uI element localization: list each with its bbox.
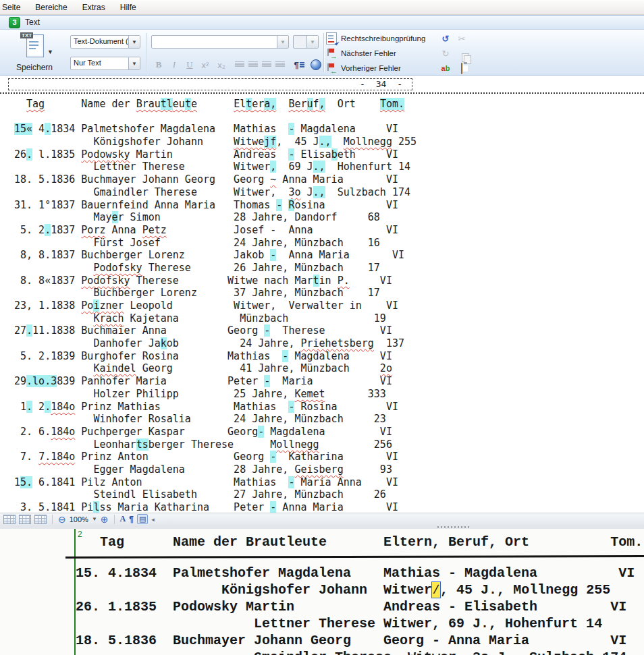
zoom-level-value[interactable]: 100% — [70, 515, 88, 523]
text-line: 29.lo.3839 Panhofer Maria Peter - Maria … — [14, 375, 417, 388]
save-button-label: Speichern — [16, 63, 53, 72]
zoom-in-icon[interactable]: ⊕ — [101, 514, 109, 525]
fontsize-combobox-arrow[interactable]: ▼ — [306, 36, 318, 48]
text-line: 26. 1.1835 Podowsky Martin Andreas - Eli… — [76, 598, 635, 615]
text-line: 26. l.1835 Podowsky Martin Andreas - Eli… — [14, 148, 417, 161]
subscript-button[interactable]: x₂ — [214, 57, 229, 72]
mode-combobox[interactable]: Nur Text ▼ — [70, 57, 140, 70]
scan-table-rule — [65, 555, 644, 559]
undo-button[interactable]: ↺ — [439, 34, 452, 44]
italic-button[interactable]: I — [167, 57, 182, 72]
zoom-dropdown-arrow[interactable]: ▼ — [92, 516, 97, 522]
pane-number-badge: 3 — [9, 17, 20, 28]
align-right-button[interactable] — [259, 57, 274, 72]
scan-image-pane[interactable]: 2 Tag Name der Brautleute Eltern, Beruf,… — [0, 529, 644, 655]
save-dropdown-arrow[interactable]: ▼ — [47, 49, 53, 55]
align-justify-button[interactable] — [273, 57, 288, 72]
page-margin-dotted-line — [0, 92, 644, 94]
font-combobox-arrow[interactable]: ▼ — [277, 36, 288, 48]
text-line: 3. 5.1841 Pilss Maria Katharina Peter - … — [14, 501, 417, 513]
editor-status-bar: ⊖ 100% ▼ ⊕ A ¶ ▤ ◂ — [0, 513, 644, 525]
pane-title: Text — [25, 18, 40, 27]
replace-ab-icon[interactable]: ab — [439, 64, 452, 72]
text-line: Tag Name der Brautleute Eltera, Beruf, O… — [14, 98, 417, 111]
menu-extras[interactable]: Extras — [75, 1, 113, 14]
text-line: Kaindel Georg 41 Jahre, Münzbach 2o — [14, 362, 417, 375]
text-line: Steindl Elisabeth 27 Jahre, Münzbach 26 — [14, 488, 417, 501]
table-columns-icon[interactable] — [34, 515, 47, 524]
align-center-button[interactable] — [246, 57, 261, 72]
text-line: Fürst Josef 24 Jahre, Münzbach 16 — [14, 237, 417, 250]
text-line: 18. 5.1836 Buchmayer Johann Georg Georg … — [14, 173, 417, 186]
table-rows-icon[interactable] — [19, 515, 31, 524]
menu-seite[interactable]: Seite — [0, 1, 28, 14]
text-line: 27.11.1838 Buchmaier Anna Georg - Theres… — [14, 324, 417, 337]
text-line: 5. 2.1837 Porz Anna Petz Josef - Anna VI — [14, 224, 417, 237]
text-line: Lettner Therese Witwer, 69 J., Hohenfurt… — [76, 615, 635, 632]
paste-icon[interactable] — [456, 63, 468, 74]
menu-hilfe[interactable]: Hilfe — [113, 1, 144, 14]
menu-bereiche[interactable]: Bereiche — [28, 1, 74, 14]
show-paragraph-marks-icon[interactable]: ¶ — [129, 515, 134, 524]
next-error-button[interactable]: Nächster Fehler — [341, 49, 435, 57]
text-line: 8. 8«1837 Podofsky Therese Witwe nach Ma… — [14, 275, 417, 287]
text-line: 7. 7.184o Prinz Anton Georg - Katharina … — [14, 451, 417, 463]
font-combobox[interactable]: ▼ — [151, 35, 289, 49]
text-line: Königshofer Johann Witwejf, 45 J., Molln… — [14, 136, 417, 148]
format-combobox[interactable]: Text-Dokument ( ▼ — [70, 35, 140, 49]
redo-button[interactable]: ↻ — [439, 49, 452, 59]
text-line: Danhofer Jakob 24 Jahre, Priehetsberg 13… — [14, 337, 417, 350]
zoom-out-icon[interactable]: ⊖ — [58, 514, 66, 525]
format-combobox-value: Text-Dokument ( — [71, 36, 128, 48]
page-header-box: - 34 - — [8, 78, 412, 90]
underline-button[interactable]: U — [182, 57, 197, 72]
paragraph-settings-button[interactable]: ¶ — [290, 57, 308, 72]
font-properties-icon[interactable]: A — [120, 514, 126, 524]
ocr-text-content[interactable]: Tag Name der Brautleute Eltera, Beruf, O… — [14, 98, 417, 513]
text-line: 18. 5.1836 Buchmayer Johann Georg Georg … — [76, 632, 635, 649]
toolbar: TXT Speichern ▼ Text-Dokument ( ▼ Nur Te… — [0, 30, 644, 76]
text-line: Gmaindler Therese Witwer, 3o J., Sulzbac… — [76, 649, 635, 655]
highlight-uncertain-chars-toggle[interactable]: ▤ — [137, 514, 148, 524]
text-line: 15« 4.1834 Palmetshofer Magdalena Mathia… — [14, 123, 417, 136]
text-line: Mayer Simon 28 Jahre, Dandorf 68 — [14, 211, 417, 224]
page-number: - 34 - — [360, 79, 402, 89]
collapse-left-arrow-icon[interactable]: ◂ — [151, 516, 155, 523]
align-left-button[interactable] — [232, 57, 247, 72]
save-button[interactable]: TXT Speichern — [5, 32, 63, 74]
text-line: 15. 6.1841 Pilz Anton Mathias - Maria An… — [14, 476, 417, 489]
table-grid-icon[interactable] — [3, 515, 16, 524]
text-line: Krach Kajetana Münzbach 19 — [14, 312, 417, 325]
text-line: 5. 2.1839 Burghofer Rosina Mathias - Mag… — [14, 350, 417, 363]
text-line: 8, 8.1837 Buchberger Lorenz Jakob - Anna… — [14, 249, 417, 262]
align-right-icon — [262, 61, 271, 68]
text-line: Egger Magdalena 28 Jahre, Geisberg 93 — [14, 463, 417, 476]
previous-error-button[interactable]: Vorheriger Fehler — [341, 64, 435, 72]
text-line: Königshofer Johann Witwer∕, 45 J., Molln… — [76, 581, 635, 598]
font-combobox-value — [152, 36, 277, 48]
align-left-icon — [235, 61, 244, 68]
text-line: Lettner Therese Witwer, 69 J., Hohenfurt… — [14, 161, 417, 173]
bold-button[interactable]: B — [151, 57, 166, 72]
text-line: Leonhartsberger Therese Mollnegg 256 — [14, 438, 417, 451]
spellcheck-button[interactable]: Rechtschreibungprüfung — [341, 34, 435, 42]
fontsize-combobox[interactable]: ▼ — [293, 35, 319, 49]
spellcheck-icon — [326, 32, 337, 45]
splitter-grip[interactable] — [437, 526, 470, 528]
align-center-icon — [248, 61, 258, 68]
paragraph-lines-icon — [300, 62, 304, 68]
format-combobox-arrow[interactable]: ▼ — [128, 36, 140, 48]
text-line: 31. 1°1837 Bauernfeind Anna Maria Thomas… — [14, 199, 417, 212]
text-line — [14, 111, 417, 123]
text-line: Gmaindler Therese Witwer, 3o J., Sulzbac… — [14, 186, 417, 199]
text-line: Tag Name der Brautleute Eltern, Beruf, O… — [76, 534, 643, 550]
globe-icon — [311, 59, 321, 70]
text-line: 15. 4.1834 Palmetshofer Magdalena Mathia… — [76, 565, 635, 581]
mode-combobox-arrow[interactable]: ▼ — [128, 57, 140, 69]
paragraph-icon: ¶ — [294, 60, 298, 70]
text-editor-pane[interactable]: - 34 - Tag Name der Brautleute Eltera, B… — [0, 76, 644, 513]
cut-icon[interactable]: ✂ — [456, 34, 468, 44]
previous-error-icon: ← — [326, 63, 337, 74]
special-characters-button[interactable] — [308, 57, 323, 72]
superscript-button[interactable]: x² — [198, 57, 213, 72]
